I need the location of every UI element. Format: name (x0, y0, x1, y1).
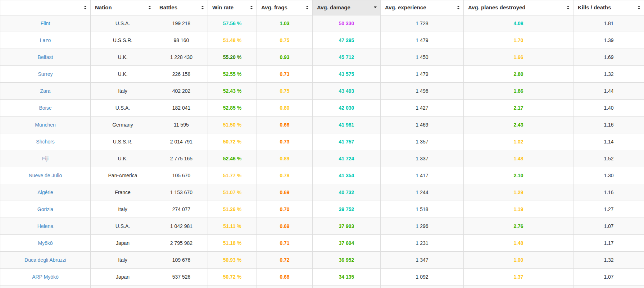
column-header-avg-frags[interactable]: Avg. frags (257, 0, 313, 15)
cell-avg-frags: 0.73 (257, 133, 313, 150)
cell-ship: Flint (0, 15, 91, 32)
column-header-avg-experience[interactable]: Avg. experience (381, 0, 464, 15)
cell-avg-planes-destroyed: 1.70 (464, 32, 573, 49)
ship-link[interactable]: Fiji (42, 156, 49, 161)
cell-battles: 1 153 670 (155, 184, 208, 201)
cell-battles: 199 218 (155, 15, 208, 32)
ship-statistics-page: NationBattlesWin rateAvg. fragsAvg. dama… (0, 0, 644, 288)
cell-ship: Nueve de Julio (0, 167, 91, 184)
cell-kills-deaths: 1.52 (573, 150, 644, 167)
ship-link[interactable]: Flint (41, 20, 50, 26)
table-row: LazoU.S.S.R.98 16051.48 %0.7547 2951 479… (0, 32, 644, 49)
column-header-win-rate[interactable]: Win rate (208, 0, 257, 15)
cell-avg-damage: 36 952 (313, 252, 381, 269)
column-header-ship[interactable] (0, 0, 91, 15)
cell-kills-deaths: 1.14 (573, 133, 644, 150)
cell-nation: U.S.S.R. (91, 133, 155, 150)
cell-nation: U.K. (91, 49, 155, 66)
column-header-battles[interactable]: Battles (155, 0, 208, 15)
ship-link[interactable]: Algérie (37, 189, 53, 195)
ship-link[interactable]: ARP Myōkō (32, 274, 59, 280)
cell-avg-planes-destroyed: 1.48 (464, 150, 573, 167)
column-header-nation[interactable]: Nation (91, 0, 155, 15)
cell-nation: Japan (91, 269, 155, 285)
column-header-avg-damage[interactable]: Avg. damage (313, 0, 381, 15)
cell-ship: Algérie (0, 184, 91, 201)
cell-avg-frags: 1.03 (257, 15, 313, 32)
cell-kills-deaths: 1.44 (573, 83, 644, 100)
ship-link[interactable]: München (35, 122, 56, 128)
cell-ship: Zara (0, 83, 91, 100)
cell-kills-deaths: 1.27 (573, 201, 644, 218)
cell-nation: Japan (91, 235, 155, 252)
cell-avg-experience: 1 231 (381, 235, 464, 252)
cell-avg-damage: 43 493 (313, 83, 381, 100)
cell-battles: 1 042 981 (155, 218, 208, 235)
cell-kills-deaths: 1.81 (573, 15, 644, 32)
cell-avg-frags: 0.73 (257, 66, 313, 83)
cell-win-rate: 51.07 % (208, 184, 257, 201)
ship-link[interactable]: Helena (37, 223, 53, 229)
table-row-partial (0, 285, 644, 288)
cell-avg-damage: 39 752 (313, 201, 381, 218)
table-body: FlintU.S.A.199 21857.56 %1.0350 3301 728… (0, 15, 644, 288)
cell-avg-damage: 41 724 (313, 150, 381, 167)
cell-avg-damage: 40 732 (313, 184, 381, 201)
header-row: NationBattlesWin rateAvg. fragsAvg. dama… (0, 0, 644, 15)
cell-ship: Shchors (0, 133, 91, 150)
ship-link[interactable]: Gorizia (37, 206, 53, 212)
cell-nation: France (91, 184, 155, 201)
cell-ship: ARP Myōkō (0, 269, 91, 285)
ship-link[interactable]: Shchors (36, 139, 54, 145)
table-row: Duca degli AbruzziItaly109 67650.93 %0.7… (0, 252, 644, 269)
cell-battles: 105 670 (155, 167, 208, 184)
cell-empty (381, 285, 464, 288)
cell-avg-damage: 47 295 (313, 32, 381, 49)
ship-link[interactable]: Belfast (38, 54, 53, 60)
table-row: GoriziaItaly274 07751.26 %0.7039 7521 51… (0, 201, 644, 218)
ship-link[interactable]: Boise (39, 105, 51, 111)
cell-win-rate: 52.55 % (208, 66, 257, 83)
ship-link[interactable]: Nueve de Julio (29, 173, 62, 178)
cell-win-rate: 51.11 % (208, 218, 257, 235)
cell-avg-experience: 1 427 (381, 100, 464, 116)
cell-empty (208, 285, 257, 288)
cell-win-rate: 50.72 % (208, 269, 257, 285)
sort-toggle-icon (148, 6, 151, 9)
cell-ship: Fiji (0, 150, 91, 167)
ship-link[interactable]: Myōkō (38, 240, 53, 246)
ship-link[interactable]: Surrey (38, 71, 53, 77)
cell-nation: Italy (91, 201, 155, 218)
cell-avg-planes-destroyed: 2.43 (464, 116, 573, 133)
cell-nation: Germany (91, 116, 155, 133)
sort-toggle-icon (84, 6, 87, 9)
cell-ship: Lazo (0, 32, 91, 49)
cell-win-rate: 52.43 % (208, 83, 257, 100)
cell-avg-damage: 37 903 (313, 218, 381, 235)
cell-avg-frags: 0.69 (257, 218, 313, 235)
cell-avg-experience: 1 337 (381, 150, 464, 167)
cell-avg-experience: 1 092 (381, 269, 464, 285)
cell-kills-deaths: 1.39 (573, 32, 644, 49)
cell-avg-planes-destroyed: 1.48 (464, 235, 573, 252)
cell-kills-deaths: 1.16 (573, 116, 644, 133)
ship-link[interactable]: Zara (40, 88, 51, 94)
cell-avg-damage: 42 030 (313, 100, 381, 116)
cell-avg-frags: 0.93 (257, 49, 313, 66)
cell-win-rate: 51.77 % (208, 167, 257, 184)
cell-win-rate: 55.20 % (208, 49, 257, 66)
ship-link[interactable]: Duca degli Abruzzi (24, 257, 66, 263)
cell-battles: 109 676 (155, 252, 208, 269)
cell-battles: 537 526 (155, 269, 208, 285)
table-row: ShchorsU.S.S.R.2 014 79150.72 %0.7341 75… (0, 133, 644, 150)
cell-ship: Boise (0, 100, 91, 116)
column-header-kills-deaths[interactable]: Kills / deaths (573, 0, 644, 15)
ship-link[interactable]: Lazo (40, 37, 51, 43)
cell-avg-damage: 50 330 (313, 15, 381, 32)
cell-battles: 2 014 791 (155, 133, 208, 150)
cell-win-rate: 57.56 % (208, 15, 257, 32)
cell-kills-deaths: 1.40 (573, 100, 644, 116)
cell-avg-damage: 41 981 (313, 116, 381, 133)
cell-nation: Italy (91, 252, 155, 269)
column-header-avg-planes-destroyed[interactable]: Avg. planes destroyed (464, 0, 573, 15)
